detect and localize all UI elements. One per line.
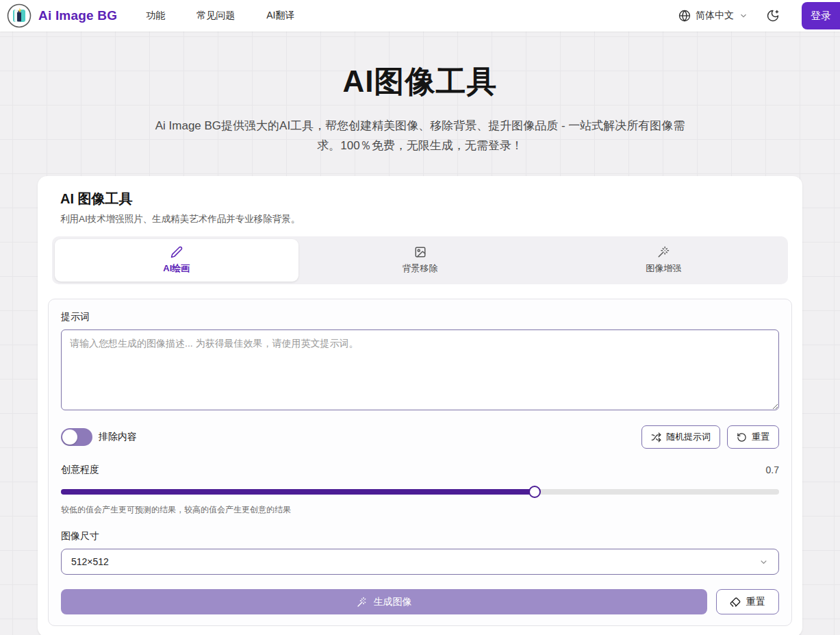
rotate-ccw-icon <box>737 432 747 443</box>
wand-sparkles-icon <box>357 597 368 608</box>
random-prompt-label: 随机提示词 <box>666 431 711 443</box>
login-button[interactable]: 登录 <box>802 2 840 29</box>
navbar: Ai Image BG 功能 常见问题 AI翻译 简体中文 登录 <box>0 0 840 32</box>
reset-form-label: 重置 <box>746 596 765 608</box>
image-icon <box>414 246 427 258</box>
page-subtitle: Ai Image BG提供强大的AI工具，帮您创建精美图像、移除背景、提升图像品… <box>153 116 687 155</box>
hero: AI图像工具 Ai Image BG提供强大的AI工具，帮您创建精美图像、移除背… <box>0 32 840 155</box>
slider-fill <box>61 489 535 495</box>
image-size-select[interactable]: 512×512 <box>61 549 779 575</box>
card-header: AI 图像工具 利用AI技术增强照片、生成精美艺术作品并专业移除背景。 <box>38 176 802 225</box>
ai-draw-panel: 提示词 排除内容 随机提示词 <box>48 299 792 626</box>
moon-star-icon <box>766 9 780 23</box>
wand-icon <box>657 246 670 258</box>
random-prompt-button[interactable]: 随机提示词 <box>641 425 720 449</box>
creativity-label: 创意程度 <box>61 464 99 476</box>
slider-thumb[interactable] <box>529 486 541 498</box>
nav-links: 功能 常见问题 AI翻译 <box>146 10 294 22</box>
exclude-toggle-label: 排除内容 <box>99 431 137 443</box>
image-size-section: 图像尺寸 512×512 <box>61 530 779 575</box>
tab-label: 背景移除 <box>403 262 438 275</box>
tab-label: 图像增强 <box>646 262 681 275</box>
nav-link-features[interactable]: 功能 <box>146 10 165 22</box>
action-row: 生成图像 重置 <box>61 589 779 614</box>
nav-link-translate[interactable]: AI翻译 <box>266 10 294 22</box>
globe-icon <box>678 10 691 22</box>
card-subtitle: 利用AI技术增强照片、生成精美艺术作品并专业移除背景。 <box>60 213 780 225</box>
toggle-knob <box>62 429 77 445</box>
reset-prompt-button[interactable]: 重置 <box>727 425 779 449</box>
page-title: AI图像工具 <box>0 62 840 102</box>
image-size-label: 图像尺寸 <box>61 530 779 543</box>
shuffle-icon <box>651 432 661 443</box>
prompt-label: 提示词 <box>61 311 779 323</box>
eraser-icon <box>730 597 741 608</box>
tools-card: AI 图像工具 利用AI技术增强照片、生成精美艺术作品并专业移除背景。 AI绘画… <box>38 176 802 635</box>
creativity-section: 创意程度 0.7 较低的值会产生更可预测的结果，较高的值会产生更创意的结果 <box>61 464 779 516</box>
exclude-row: 排除内容 随机提示词 重置 <box>61 425 779 449</box>
creativity-help: 较低的值会产生更可预测的结果，较高的值会产生更创意的结果 <box>61 504 779 516</box>
reset-prompt-label: 重置 <box>752 431 769 443</box>
exclude-toggle[interactable] <box>61 428 92 446</box>
tool-tabs: AI绘画 背景移除 图像增强 <box>52 236 788 284</box>
reset-form-button[interactable]: 重置 <box>716 589 779 614</box>
creativity-value: 0.7 <box>766 464 779 475</box>
brand-name: Ai Image BG <box>38 8 117 23</box>
image-size-value: 512×512 <box>71 556 109 567</box>
prompt-input[interactable] <box>61 329 779 410</box>
language-label: 简体中文 <box>696 10 734 22</box>
creativity-slider[interactable] <box>61 486 779 498</box>
pencil-icon <box>170 246 183 258</box>
tab-ai-draw[interactable]: AI绘画 <box>55 239 298 282</box>
generate-image-label: 生成图像 <box>374 596 412 608</box>
card-title: AI 图像工具 <box>60 190 780 208</box>
language-selector[interactable]: 简体中文 <box>678 10 748 22</box>
brand-logo-icon <box>7 3 31 28</box>
chevron-down-icon <box>739 11 748 21</box>
nav-link-faq[interactable]: 常见问题 <box>196 10 235 22</box>
nav-right: 简体中文 登录 <box>678 2 840 29</box>
generate-image-button[interactable]: 生成图像 <box>61 589 707 614</box>
brand[interactable]: Ai Image BG <box>7 3 117 28</box>
tab-label: AI绘画 <box>163 262 190 275</box>
chevron-down-icon <box>759 557 769 567</box>
tab-background-removal[interactable]: 背景移除 <box>298 239 542 282</box>
tab-image-enhance[interactable]: 图像增强 <box>542 239 785 282</box>
dark-mode-toggle[interactable] <box>766 9 780 23</box>
